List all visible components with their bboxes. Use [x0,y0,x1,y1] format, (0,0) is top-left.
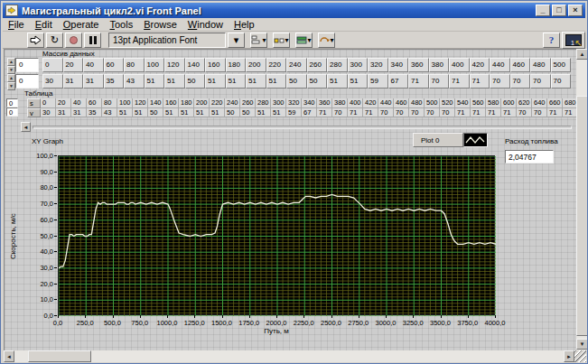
table-cell[interactable]: 71 [363,108,378,118]
array-row2-index[interactable]: 0 [15,74,39,89]
table-cell[interactable]: 67 [302,108,317,118]
array-cell[interactable]: 70 [490,74,510,89]
array-cell[interactable]: 50 [185,74,206,89]
menu-tools[interactable]: Tools [104,18,138,31]
table-scrollbar-track[interactable] [33,126,572,129]
array-cell[interactable]: 70 [530,74,551,89]
scroll-down-button[interactable]: ▼ [576,339,588,350]
table-cell[interactable]: 31 [56,108,71,118]
array-cell[interactable]: 31 [63,74,84,89]
align-objects-button[interactable]: ▾ [250,33,267,48]
array-cell[interactable]: 71 [470,74,490,89]
array-row1-index[interactable]: 0 [15,58,39,72]
table-cell[interactable]: 51 [194,108,210,118]
table-cell[interactable]: 480 [409,98,425,108]
scroll-up-button[interactable]: ▲ [576,49,588,60]
plot-legend-sample-icon[interactable] [463,133,488,147]
close-button[interactable]: × [568,5,583,16]
array-cell[interactable]: 51 [145,74,165,89]
array-cell[interactable]: 420 [470,58,490,72]
table-cell[interactable]: 71 [348,108,363,118]
table-cell[interactable]: 35 [87,108,102,118]
table-cell[interactable]: 120 [133,98,148,108]
table-cell[interactable]: 30 [41,108,56,118]
table-cell[interactable]: 31 [71,108,87,118]
array-cell[interactable]: 440 [490,58,510,72]
array-row2-spinner[interactable]: ▲▼ [7,74,15,89]
array-cell[interactable]: 51 [246,74,266,89]
table-cell[interactable]: 71 [455,108,471,118]
pause-button[interactable] [84,33,101,48]
array-row1-spinner[interactable]: ▲▼ [7,58,15,72]
table-cell[interactable]: 400 [348,98,363,108]
table-cell[interactable]: 70 [440,108,455,118]
array-cell[interactable]: 31 [83,74,104,89]
table-cell[interactable]: 420 [363,98,378,108]
table-cell[interactable]: 71 [501,108,517,118]
table-cell[interactable]: 220 [210,98,225,108]
array-cell[interactable]: 180 [226,58,247,72]
array-cell[interactable]: 51 [327,74,348,89]
array-cell[interactable]: 200 [246,58,266,72]
help-button[interactable]: ? [543,33,560,48]
table-cell[interactable]: 600 [501,98,517,108]
table-cell[interactable]: 280 [256,98,271,108]
array-cell[interactable]: 120 [164,58,185,72]
font-selector[interactable]: 13pt Application Font [108,33,226,48]
table-cell[interactable]: 160 [163,98,179,108]
table-cell[interactable]: 500 [425,98,440,108]
table-cell[interactable]: 70 [332,108,348,118]
table-cell[interactable]: 71 [317,108,332,118]
table-cell[interactable]: 520 [440,98,455,108]
menu-edit[interactable]: Edit [30,18,58,31]
resize-objects-button[interactable]: ▾ [295,33,313,48]
run-button[interactable] [27,33,44,48]
distribute-objects-button[interactable]: ▾ [273,33,290,48]
array-cell[interactable]: 480 [530,58,551,72]
table-cell[interactable]: 240 [225,98,240,108]
vertical-scrollbar[interactable]: ▲ ▼ [576,49,588,350]
array-cell[interactable]: 50 [286,74,307,89]
table-cell[interactable]: 51 [117,108,133,118]
array-cell[interactable]: 59 [368,74,388,89]
scroll-right-button[interactable]: ► [564,350,574,362]
menu-browse[interactable]: Browse [138,18,182,31]
array-cell[interactable]: 80 [124,58,145,72]
table-cell[interactable]: 180 [179,98,194,108]
table-cell[interactable]: 50 [240,108,256,118]
array-cell[interactable]: 35 [104,74,125,89]
reorder-button[interactable]: ▾ [318,33,335,48]
minimize-button[interactable]: _ [536,5,550,16]
table-cell[interactable]: 440 [378,98,394,108]
array-cell[interactable]: 140 [185,58,206,72]
table-cell[interactable]: 260 [240,98,256,108]
array-cell[interactable]: 51 [226,74,247,89]
array-cell[interactable]: 380 [429,58,450,72]
array-cell[interactable]: 100 [145,58,165,72]
array-cell[interactable]: 70 [429,74,450,89]
table-cell[interactable]: 70 [394,108,409,118]
labview-logo-button[interactable]: ↖ 1 [562,32,585,49]
table-cell[interactable]: 80 [102,98,117,108]
array-cell[interactable]: 51 [348,74,369,89]
horizontal-scrollbar[interactable]: ◄ ► [4,350,574,362]
array-cell[interactable]: 240 [286,58,307,72]
array-cell[interactable]: 220 [266,58,287,72]
table-cell[interactable]: 680 [563,98,576,108]
array-cell[interactable]: 30 [42,74,63,89]
array-cell[interactable]: 51 [266,74,287,89]
menu-window[interactable]: Window [182,18,229,31]
table-cell[interactable]: 200 [194,98,210,108]
table-cell[interactable]: 70 [532,108,547,118]
array-cell[interactable]: 67 [388,74,409,89]
xy-plot-area[interactable] [58,155,495,315]
array-cell[interactable]: 20 [63,58,84,72]
array-cell[interactable]: 280 [327,58,348,72]
table-cell[interactable]: 51 [179,108,194,118]
plot-legend[interactable]: Plot 0 [413,133,488,147]
menu-help[interactable]: Help [229,18,260,31]
array-cell[interactable]: 260 [307,58,328,72]
table-cell[interactable]: 51 [163,108,179,118]
table-cell[interactable]: 620 [517,98,532,108]
table-cell[interactable]: 100 [117,98,133,108]
